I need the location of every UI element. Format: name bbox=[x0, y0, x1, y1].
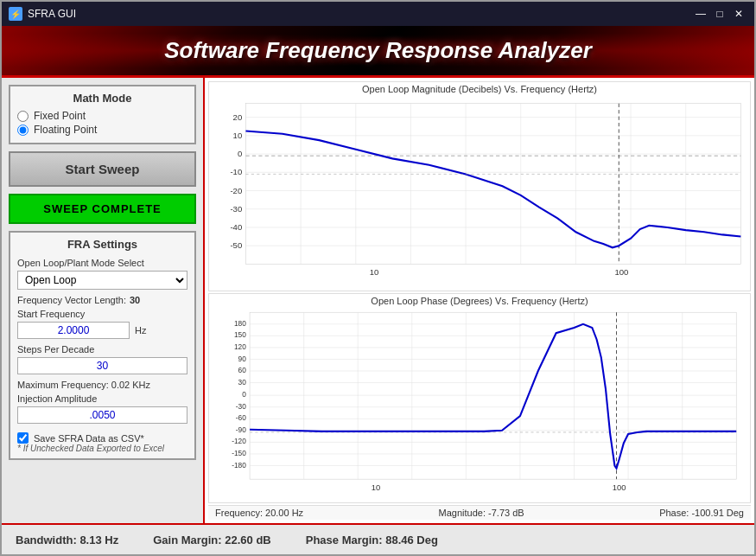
cursor-frequency: Frequency: 20.00 Hz bbox=[215, 508, 303, 518]
phase-chart-container: Open Loop Phase (Degrees) Vs. Frequency … bbox=[208, 293, 751, 503]
chart-area: Open Loop Magnitude (Decibels) Vs. Frequ… bbox=[208, 81, 751, 520]
svg-text:10: 10 bbox=[372, 483, 380, 492]
freq-vector-row: Frequency Vector Length: 30 bbox=[17, 295, 187, 305]
save-csv-note: * If Unchecked Data Exported to Excel bbox=[17, 444, 187, 453]
start-freq-row: Hz bbox=[17, 322, 187, 339]
save-csv-checkbox[interactable] bbox=[17, 432, 29, 444]
minimize-button[interactable]: — bbox=[692, 6, 709, 22]
start-freq-input[interactable] bbox=[17, 322, 130, 339]
phase-chart-title: Open Loop Phase (Degrees) Vs. Frequency … bbox=[209, 296, 750, 306]
freq-vector-label: Frequency Vector Length: bbox=[17, 295, 126, 305]
math-mode-title: Math Mode bbox=[17, 92, 187, 105]
close-button[interactable]: ✕ bbox=[730, 6, 747, 22]
svg-text:-50: -50 bbox=[230, 240, 242, 250]
svg-text:60: 60 bbox=[238, 366, 247, 374]
start-freq-label: Start Frequency bbox=[17, 309, 187, 319]
title-bar-controls: — □ ✕ bbox=[692, 6, 747, 22]
start-freq-unit: Hz bbox=[135, 325, 146, 336]
svg-text:10: 10 bbox=[370, 267, 379, 277]
max-freq-label: Maximum Frequency: 0.02 KHz bbox=[17, 380, 150, 390]
fra-settings-title: FRA Settings bbox=[17, 238, 187, 251]
steps-per-decade-label: Steps Per Decade bbox=[17, 344, 187, 355]
svg-text:-20: -20 bbox=[230, 186, 242, 195]
app-icon: ⚡ bbox=[9, 7, 22, 21]
max-freq-row: Maximum Frequency: 0.02 KHz bbox=[17, 380, 187, 390]
svg-text:-30: -30 bbox=[230, 204, 242, 214]
freq-vector-value: 30 bbox=[130, 295, 140, 305]
magnitude-chart-title: Open Loop Magnitude (Decibels) Vs. Frequ… bbox=[209, 84, 750, 94]
svg-text:180: 180 bbox=[234, 319, 246, 328]
floating-point-option[interactable]: Floating Point bbox=[17, 124, 187, 136]
fra-settings-box: FRA Settings Open Loop/Plant Mode Select… bbox=[9, 231, 196, 460]
bandwidth-status: Bandwidth: 8.13 Hz bbox=[16, 534, 118, 546]
floating-point-label: Floating Point bbox=[34, 124, 97, 136]
svg-text:-90: -90 bbox=[236, 425, 246, 434]
phase-margin-status: Phase Margin: 88.46 Deg bbox=[306, 534, 438, 546]
app-title: Software Frequency Response Analyzer bbox=[164, 37, 592, 64]
injection-amp-input[interactable] bbox=[17, 406, 187, 424]
main-content: Math Mode Fixed Point Floating Point Sta… bbox=[2, 78, 754, 523]
svg-text:100: 100 bbox=[613, 483, 626, 492]
title-bar-left: ⚡ SFRA GUI bbox=[9, 7, 76, 21]
svg-text:20: 20 bbox=[233, 112, 243, 122]
svg-text:-180: -180 bbox=[232, 461, 246, 470]
svg-text:120: 120 bbox=[234, 342, 246, 351]
math-mode-box: Math Mode Fixed Point Floating Point bbox=[9, 85, 196, 144]
svg-text:-150: -150 bbox=[232, 449, 246, 457]
fixed-point-option[interactable]: Fixed Point bbox=[17, 110, 187, 122]
svg-text:10: 10 bbox=[233, 131, 243, 140]
svg-text:-40: -40 bbox=[230, 222, 242, 232]
svg-text:-10: -10 bbox=[230, 167, 242, 176]
title-bar: ⚡ SFRA GUI — □ ✕ bbox=[2, 2, 754, 26]
loop-mode-label: Open Loop/Plant Mode Select bbox=[17, 258, 187, 268]
phase-chart-svg: 180 150 120 90 60 30 0 -30 -60 -90 -120 … bbox=[209, 308, 750, 497]
loop-mode-select[interactable]: Open Loop Plant Mode bbox=[17, 271, 187, 290]
header-banner: Software Frequency Response Analyzer bbox=[2, 26, 754, 78]
sweep-complete-badge: SWEEP COMPLETE bbox=[9, 194, 196, 224]
injection-amp-label: Injection Amplitude bbox=[17, 393, 187, 404]
fixed-point-label: Fixed Point bbox=[34, 110, 86, 122]
floating-point-radio[interactable] bbox=[17, 125, 29, 136]
right-panel: Open Loop Magnitude (Decibels) Vs. Frequ… bbox=[205, 78, 754, 523]
svg-text:0: 0 bbox=[242, 390, 246, 399]
magnitude-chart-svg: 20 10 0 -10 -20 -30 -40 -50 10 100 bbox=[209, 96, 750, 285]
start-sweep-button[interactable]: Start Sweep bbox=[9, 151, 196, 187]
main-window: ⚡ SFRA GUI — □ ✕ Software Frequency Resp… bbox=[0, 0, 756, 556]
svg-text:150: 150 bbox=[234, 330, 246, 339]
cursor-info-bar: Frequency: 20.00 Hz Magnitude: -7.73 dB … bbox=[208, 505, 751, 520]
magnitude-chart-container: Open Loop Magnitude (Decibels) Vs. Frequ… bbox=[208, 81, 751, 291]
save-csv-label: Save SFRA Data as CSV* bbox=[34, 433, 144, 444]
window-title: SFRA GUI bbox=[28, 8, 76, 20]
steps-per-decade-input[interactable] bbox=[17, 357, 187, 374]
maximize-button[interactable]: □ bbox=[711, 6, 728, 22]
cursor-phase: Phase: -100.91 Deg bbox=[659, 508, 744, 518]
svg-text:30: 30 bbox=[238, 378, 247, 387]
bottom-status-bar: Bandwidth: 8.13 Hz Gain Margin: 22.60 dB… bbox=[2, 523, 754, 554]
gain-margin-status: Gain Margin: 22.60 dB bbox=[153, 534, 271, 546]
save-csv-row[interactable]: Save SFRA Data as CSV* bbox=[17, 432, 187, 444]
svg-text:-30: -30 bbox=[236, 402, 246, 411]
svg-text:-60: -60 bbox=[236, 413, 246, 422]
svg-text:-120: -120 bbox=[232, 437, 246, 445]
cursor-magnitude: Magnitude: -7.73 dB bbox=[439, 508, 524, 518]
left-panel: Math Mode Fixed Point Floating Point Sta… bbox=[2, 78, 205, 523]
svg-text:90: 90 bbox=[238, 355, 247, 363]
svg-text:0: 0 bbox=[238, 149, 242, 158]
fixed-point-radio[interactable] bbox=[17, 111, 29, 122]
svg-text:100: 100 bbox=[615, 267, 629, 277]
